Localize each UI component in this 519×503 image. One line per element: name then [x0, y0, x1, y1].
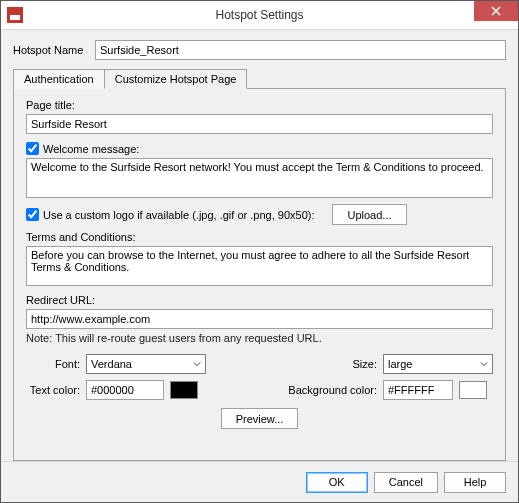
logo-checkbox-row[interactable]: Use a custom logo if available (.jpg, .g…: [26, 208, 314, 221]
upload-button-label: Upload...: [347, 209, 391, 221]
tabstrip: Authentication Customize Hotspot Page: [13, 68, 506, 88]
bg-color-swatch[interactable]: [459, 381, 487, 399]
font-label: Font:: [26, 358, 86, 370]
redirect-label: Redirect URL:: [26, 294, 493, 306]
size-select[interactable]: large: [383, 354, 493, 374]
close-button[interactable]: [474, 1, 518, 21]
tab-label: Authentication: [24, 73, 94, 85]
dialog-footer: OK Cancel Help: [1, 461, 518, 502]
text-color-swatch[interactable]: [170, 381, 198, 399]
text-color-input[interactable]: [86, 380, 164, 400]
app-icon: [7, 7, 23, 23]
logo-row: Use a custom logo if available (.jpg, .g…: [26, 204, 493, 225]
tab-customize[interactable]: Customize Hotspot Page: [104, 69, 248, 89]
help-button[interactable]: Help: [444, 472, 506, 493]
cancel-button-label: Cancel: [389, 476, 423, 488]
close-icon: [491, 6, 501, 16]
preview-button-label: Preview...: [236, 413, 284, 425]
tab-label: Customize Hotspot Page: [115, 73, 237, 85]
tab-authentication[interactable]: Authentication: [13, 69, 105, 89]
tab-panel-customize: Page title: Welcome message: Use a custo…: [13, 88, 506, 461]
font-value: Verdana: [91, 358, 132, 370]
logo-checkbox-label: Use a custom logo if available (.jpg, .g…: [43, 209, 314, 221]
style-grid: Font: Verdana Size: large Text color: B: [26, 354, 493, 400]
terms-textarea[interactable]: [26, 246, 493, 286]
preview-button[interactable]: Preview...: [221, 408, 299, 429]
page-title-input[interactable]: [26, 114, 493, 134]
redirect-note: Note: This will re-route guest users fro…: [26, 332, 493, 344]
hotspot-name-label: Hotspot Name: [13, 44, 95, 56]
text-color-label: Text color:: [26, 384, 86, 396]
welcome-textarea[interactable]: [26, 158, 493, 198]
chevron-down-icon: [193, 360, 201, 368]
welcome-checkbox[interactable]: [26, 142, 39, 155]
size-label: Size:: [283, 358, 383, 370]
page-title-label: Page title:: [26, 99, 493, 111]
dialog-window: Hotspot Settings Hotspot Name Authentica…: [0, 0, 519, 503]
ok-button[interactable]: OK: [306, 472, 368, 493]
logo-checkbox[interactable]: [26, 208, 39, 221]
redirect-input[interactable]: [26, 309, 493, 329]
font-select[interactable]: Verdana: [86, 354, 206, 374]
bg-color-label: Background color:: [283, 384, 383, 396]
terms-label: Terms and Conditions:: [26, 231, 493, 243]
titlebar: Hotspot Settings: [1, 1, 518, 30]
help-button-label: Help: [464, 476, 487, 488]
window-title: Hotspot Settings: [1, 1, 518, 29]
dialog-body: Hotspot Name Authentication Customize Ho…: [1, 30, 518, 461]
ok-button-label: OK: [329, 476, 345, 488]
welcome-checkbox-row[interactable]: Welcome message:: [26, 142, 493, 155]
hotspot-name-row: Hotspot Name: [13, 40, 506, 60]
welcome-checkbox-label: Welcome message:: [43, 143, 139, 155]
chevron-down-icon: [480, 360, 488, 368]
hotspot-name-input[interactable]: [95, 40, 506, 60]
upload-button[interactable]: Upload...: [332, 204, 406, 225]
cancel-button[interactable]: Cancel: [374, 472, 438, 493]
bg-color-input[interactable]: [383, 380, 453, 400]
size-value: large: [388, 358, 412, 370]
